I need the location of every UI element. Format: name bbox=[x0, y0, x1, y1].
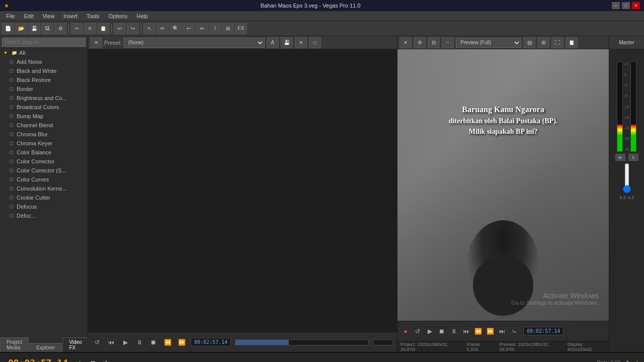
preview-zoom-out[interactable]: − bbox=[442, 37, 454, 48]
zoom-tool[interactable]: 🔍 bbox=[170, 23, 182, 34]
fx-pause-button[interactable]: ⏸ bbox=[134, 337, 144, 347]
plugin-item-color-corrector-s[interactable]: ⬡ Color Corrector (S... bbox=[0, 166, 88, 175]
preview-fast-forward[interactable]: ⏭ bbox=[497, 326, 507, 336]
fx-close-panel[interactable]: ✕ bbox=[90, 37, 102, 48]
preview-next-frame[interactable]: ⏩ bbox=[485, 326, 495, 336]
tab-video-fx[interactable]: Video FX bbox=[62, 337, 88, 352]
fx-out-point[interactable] bbox=[373, 339, 393, 345]
master-mute-button[interactable]: M bbox=[615, 154, 625, 161]
plugin-item-broadcast-colors[interactable]: ⬡ Broadcast Colors bbox=[0, 103, 88, 112]
fx-button[interactable]: FX bbox=[235, 23, 247, 34]
search-input[interactable] bbox=[2, 38, 86, 47]
menu-view[interactable]: View bbox=[39, 12, 59, 20]
timecode-display: 00:02:57.14 bbox=[4, 357, 72, 362]
tree-root-all[interactable]: ▼ 📁 All bbox=[0, 48, 88, 57]
menu-tools[interactable]: Tools bbox=[83, 12, 104, 20]
master-fader-container: M S 4.3 4.3 bbox=[615, 154, 638, 200]
menu-file[interactable]: File bbox=[2, 12, 19, 20]
preview-split[interactable]: ⊟ bbox=[428, 37, 440, 48]
master-solo-button[interactable]: S bbox=[628, 154, 638, 161]
plugin-item-bump-map[interactable]: ⬡ Bump Map bbox=[0, 112, 88, 121]
plugin-item-defocus[interactable]: ⬡ Defocus bbox=[0, 202, 88, 211]
fx-loop-button[interactable]: ↺ bbox=[92, 337, 102, 347]
open-button[interactable]: 📂 bbox=[15, 23, 27, 34]
copy-button[interactable]: ⎘ bbox=[84, 23, 96, 34]
fx-prev-frame[interactable]: ⏪ bbox=[163, 337, 173, 347]
plugin-item-color-balance[interactable]: ⬡ Color Balance bbox=[0, 148, 88, 157]
plugin-item-black-restore[interactable]: ⬡ Black Restore bbox=[0, 75, 88, 84]
preview-repeat[interactable]: ⤿ bbox=[509, 326, 519, 336]
cut-button[interactable]: ✂ bbox=[71, 23, 83, 34]
preview-channels[interactable]: ▤ bbox=[523, 37, 535, 48]
preview-rewind-button[interactable]: ⏮ bbox=[461, 326, 471, 336]
edit-tool[interactable]: ✏ bbox=[156, 23, 169, 34]
render-button[interactable]: ⚙ bbox=[54, 23, 66, 34]
fx-next-frame[interactable]: ⏩ bbox=[177, 337, 187, 347]
undo-button[interactable]: ↩ bbox=[114, 23, 126, 34]
save-button[interactable]: 💾 bbox=[28, 23, 40, 34]
tl-loop-button[interactable]: ↺ bbox=[100, 358, 110, 363]
plugin-item-color-curves[interactable]: ⬡ Color Curves bbox=[0, 175, 88, 184]
fx-delete-preset[interactable]: ✕ bbox=[295, 37, 307, 48]
master-fader[interactable] bbox=[622, 163, 632, 193]
menu-help[interactable]: Help bbox=[132, 12, 152, 20]
fx-auto-button[interactable]: A bbox=[267, 37, 279, 48]
preview-play-button[interactable]: ▶ bbox=[425, 326, 435, 336]
preview-fullscreen[interactable]: ⛶ bbox=[551, 37, 564, 48]
save-as-button[interactable]: 🖫 bbox=[41, 23, 53, 34]
fx-stop-button[interactable]: ⏹ bbox=[148, 337, 158, 347]
menu-edit[interactable]: Edit bbox=[20, 12, 38, 20]
plugin-item-defoc[interactable]: ⬡ Defoc... bbox=[0, 211, 88, 220]
window-title: Bahan Maos Eps 3.veg - Vegas Pro 11.0 bbox=[9, 3, 612, 9]
subtitle-overlay: Baruang Kanu Ngarora diterbitkan oleh Ba… bbox=[397, 104, 609, 137]
preview-copy[interactable]: 📋 bbox=[566, 37, 578, 48]
preview-split-view[interactable]: ⊞ bbox=[537, 37, 549, 48]
plugin-item-add-noise[interactable]: ⬡ Add Noise bbox=[0, 57, 88, 66]
preview-settings[interactable]: ⚙ bbox=[414, 37, 426, 48]
tab-project-media[interactable]: Project Media bbox=[0, 337, 29, 352]
tl-stop-button[interactable]: ⏹ bbox=[88, 358, 98, 363]
plugin-item-chroma-keyer[interactable]: ⬡ Chroma Keyer bbox=[0, 139, 88, 148]
vu-left-container bbox=[617, 61, 623, 152]
plugin-item-chroma-blur[interactable]: ⬡ Chroma Blur bbox=[0, 130, 88, 139]
preview-loop-button[interactable]: ↺ bbox=[413, 326, 423, 336]
preview-pause-button[interactable]: ⏸ bbox=[449, 326, 459, 336]
fx-save-preset[interactable]: 💾 bbox=[281, 37, 293, 48]
plugin-item-border[interactable]: ⬡ Border bbox=[0, 84, 88, 94]
close-button[interactable]: ✕ bbox=[632, 2, 640, 9]
redo-button[interactable]: ↪ bbox=[127, 23, 139, 34]
preview-quality-select[interactable]: Preview (Full) Preview (Half) Preview (Q… bbox=[456, 38, 521, 48]
preview-stop-button[interactable]: ⏹ bbox=[437, 326, 447, 336]
plugin-item-brightness[interactable]: ⬡ Brightness and Co... bbox=[0, 94, 88, 103]
preview-close[interactable]: ✕ bbox=[399, 37, 412, 48]
plugin-item-channel-blend[interactable]: ⬡ Channel Blend bbox=[0, 121, 88, 130]
snap-button[interactable]: ⊞ bbox=[222, 23, 234, 34]
tab-explorer[interactable]: Explorer bbox=[30, 343, 61, 352]
preview-toolbar: ✕ ⚙ ⊟ − Preview (Full) Preview (Half) Pr… bbox=[397, 36, 609, 49]
preset-select[interactable]: (None) bbox=[124, 38, 265, 48]
plugin-item-cookie-cutter[interactable]: ⬡ Cookie Cutter bbox=[0, 193, 88, 202]
fx-playback-controls: ↺ ⏮ ▶ ⏸ ⏹ ⏪ ⏩ 00:02:57.14 bbox=[88, 332, 397, 352]
trim-tool[interactable]: ⊢ bbox=[183, 23, 195, 34]
plugin-item-color-corrector[interactable]: ⬡ Color Corrector bbox=[0, 157, 88, 166]
fx-timeline-bar[interactable] bbox=[235, 339, 369, 345]
fx-rewind-button[interactable]: ⏮ bbox=[106, 337, 116, 347]
slip-tool[interactable]: ⇔ bbox=[196, 23, 208, 34]
select-tool[interactable]: ↖ bbox=[143, 23, 155, 34]
minimize-button[interactable]: ─ bbox=[612, 2, 620, 9]
fx-icon: ⬡ bbox=[8, 203, 15, 210]
fx-bypass[interactable]: □ bbox=[309, 37, 321, 48]
preview-record-button[interactable]: ● bbox=[400, 326, 411, 336]
tl-play-button[interactable]: ▶ bbox=[76, 358, 86, 363]
preview-prev-frame[interactable]: ⏪ bbox=[473, 326, 483, 336]
plugin-item-black-white[interactable]: ⬡ Black and White bbox=[0, 66, 88, 75]
split-button[interactable]: ⌇ bbox=[209, 23, 221, 34]
fx-icon: ⬡ bbox=[8, 95, 15, 102]
paste-button[interactable]: 📋 bbox=[97, 23, 109, 34]
fx-play-button[interactable]: ▶ bbox=[120, 337, 130, 347]
maximize-button[interactable]: □ bbox=[622, 2, 630, 9]
plugin-item-convolution[interactable]: ⬡ Convolution Kerne... bbox=[0, 184, 88, 193]
menu-options[interactable]: Options bbox=[105, 12, 132, 20]
menu-insert[interactable]: Insert bbox=[59, 12, 82, 20]
new-button[interactable]: 📄 bbox=[2, 23, 14, 34]
